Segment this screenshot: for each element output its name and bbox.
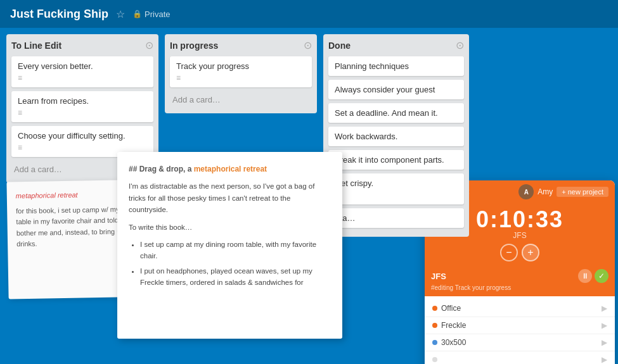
card-text: Break it into component parts. bbox=[335, 155, 458, 165]
card-text: Sta… bbox=[335, 213, 458, 223]
column-menu-icon[interactable]: ⊙ bbox=[456, 39, 464, 51]
card-text: Learn from recipes. bbox=[18, 96, 147, 106]
document-heading: ## Drag & drop, a metaphorical retreat bbox=[129, 163, 331, 175]
column-header: To Line Edit ⊙ bbox=[11, 39, 153, 51]
card-description-icon bbox=[335, 191, 458, 199]
document-heading-highlight: metaphorical retreat bbox=[194, 165, 267, 173]
card-text: Get crispy. bbox=[335, 179, 458, 188]
card[interactable]: Break it into component parts. bbox=[328, 150, 464, 170]
card[interactable]: Sta… bbox=[328, 208, 464, 228]
column-done: Done ⊙ Planning techniques Always consid… bbox=[323, 34, 469, 237]
card-description-icon bbox=[18, 143, 147, 152]
card-text: Always consider your guest bbox=[335, 85, 458, 94]
card[interactable]: Planning techniques bbox=[328, 56, 464, 76]
card[interactable]: Get crispy. bbox=[328, 173, 464, 204]
card-description-icon bbox=[18, 73, 147, 82]
lock-icon: 🔒 bbox=[132, 9, 142, 18]
column-title: To Line Edit bbox=[11, 41, 61, 51]
column-menu-icon[interactable]: ⊙ bbox=[145, 39, 153, 51]
app-header: Just Fucking Ship ☆ 🔒 Private bbox=[0, 0, 618, 28]
column-title: In progress bbox=[170, 41, 218, 51]
column-header: Done ⊙ bbox=[328, 39, 464, 51]
card-text: Planning techniques bbox=[335, 61, 458, 71]
card[interactable]: Track your progress bbox=[170, 56, 312, 87]
card-text: Track your progress bbox=[176, 61, 306, 71]
card-text: Choose your difficulty setting. bbox=[18, 131, 147, 141]
board-title: Just Fucking Ship bbox=[10, 8, 108, 21]
card-description-icon bbox=[176, 73, 306, 82]
card-text: Every version better. bbox=[18, 61, 147, 71]
card[interactable]: Learn from recipes. bbox=[11, 91, 153, 122]
privacy-indicator: 🔒 Private bbox=[132, 9, 170, 19]
add-card-button[interactable]: Add a card… bbox=[170, 91, 312, 108]
bullet-item: I set up camp at my dining room table, w… bbox=[140, 239, 331, 262]
privacy-label: Private bbox=[145, 9, 170, 19]
card[interactable]: Every version better. bbox=[11, 56, 153, 87]
document-overlay: ## Drag & drop, a metaphorical retreat I… bbox=[117, 152, 342, 339]
card-text: Set a deadline. And mean it. bbox=[335, 108, 458, 118]
card[interactable]: Set a deadline. And mean it. bbox=[328, 103, 464, 123]
column-title: Done bbox=[328, 41, 351, 51]
column-menu-icon[interactable]: ⊙ bbox=[304, 39, 312, 51]
card-text: Work backwards. bbox=[335, 132, 458, 141]
star-icon[interactable]: ☆ bbox=[116, 8, 125, 20]
bullet-item: I put on headphones, played ocean waves,… bbox=[140, 265, 331, 289]
column-in-progress: In progress ⊙ Track your progress Add a … bbox=[165, 34, 317, 113]
card[interactable]: Always consider your guest bbox=[328, 80, 464, 99]
card[interactable]: Work backwards. bbox=[328, 127, 464, 146]
document-bullets: I set up camp at my dining room table, w… bbox=[140, 239, 331, 289]
column-header: In progress ⊙ bbox=[170, 39, 312, 51]
document-paragraph-2: To write this book… bbox=[129, 222, 331, 233]
document-paragraph-1: I'm as distractable as the next person, … bbox=[129, 180, 331, 215]
card-description-icon bbox=[18, 108, 147, 117]
